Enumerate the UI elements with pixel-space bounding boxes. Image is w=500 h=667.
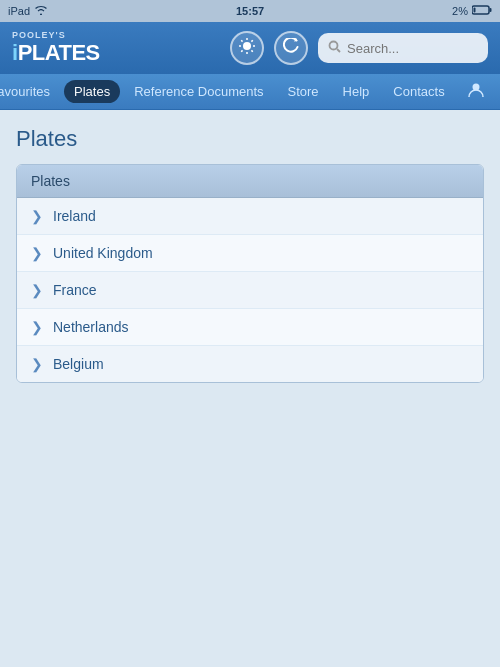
chevron-icon: ❯: [31, 282, 43, 298]
nav-item-help[interactable]: Help: [333, 80, 380, 103]
chevron-icon: ❯: [31, 356, 43, 372]
nav-item-favourites[interactable]: Favourites: [0, 80, 60, 103]
wifi-icon: [34, 5, 48, 17]
nav-bar: Favourites Plates Reference Documents St…: [0, 74, 500, 110]
list-item[interactable]: ❯ France: [17, 272, 483, 309]
status-left: iPad: [8, 5, 48, 17]
list-item-label: Ireland: [53, 208, 96, 224]
list-item[interactable]: ❯ Ireland: [17, 198, 483, 235]
list-header: Plates: [17, 165, 483, 198]
plates-list: Plates ❯ Ireland ❯ United Kingdom ❯ Fran…: [16, 164, 484, 383]
search-input[interactable]: [347, 41, 478, 56]
main-content: Plates Plates ❯ Ireland ❯ United Kingdom…: [0, 110, 500, 667]
chevron-icon: ❯: [31, 245, 43, 261]
header: POOLEY'S iPLATES: [0, 22, 500, 74]
search-icon: [328, 39, 341, 57]
nav-icons: [463, 79, 500, 105]
status-time: 15:57: [236, 5, 264, 17]
search-bar: [318, 33, 488, 63]
list-item-label: Netherlands: [53, 319, 129, 335]
status-right: 2%: [452, 5, 492, 17]
user-icon[interactable]: [463, 79, 489, 105]
svg-rect-1: [489, 8, 491, 12]
nav-item-store[interactable]: Store: [278, 80, 329, 103]
list-item-label: United Kingdom: [53, 245, 153, 261]
svg-line-13: [337, 49, 340, 52]
list-item-label: France: [53, 282, 97, 298]
refresh-button[interactable]: [274, 31, 308, 65]
brightness-button[interactable]: [230, 31, 264, 65]
list-item[interactable]: ❯ Netherlands: [17, 309, 483, 346]
svg-line-9: [251, 50, 252, 51]
nav-item-contacts[interactable]: Contacts: [383, 80, 454, 103]
nav-item-reference-documents[interactable]: Reference Documents: [124, 80, 273, 103]
logo-area: POOLEY'S iPLATES: [12, 31, 100, 65]
svg-rect-2: [473, 8, 475, 13]
svg-line-10: [251, 40, 252, 41]
battery-label: 2%: [452, 5, 468, 17]
chevron-icon: ❯: [31, 319, 43, 335]
chevron-icon: ❯: [31, 208, 43, 224]
list-item[interactable]: ❯ United Kingdom: [17, 235, 483, 272]
svg-point-12: [330, 42, 338, 50]
status-bar: iPad 15:57 2%: [0, 0, 500, 22]
list-item-label: Belgium: [53, 356, 104, 372]
svg-line-8: [241, 40, 242, 41]
refresh-icon: [283, 38, 299, 58]
settings-icon[interactable]: [495, 79, 500, 105]
brightness-icon: [238, 37, 256, 59]
battery-icon: [472, 5, 492, 17]
svg-line-11: [241, 50, 242, 51]
page-title: Plates: [16, 126, 484, 152]
nav-item-plates[interactable]: Plates: [64, 80, 120, 103]
list-item[interactable]: ❯ Belgium: [17, 346, 483, 382]
svg-point-3: [243, 42, 251, 50]
logo-iplates-text: iPLATES: [12, 41, 100, 65]
ipad-label: iPad: [8, 5, 30, 17]
header-controls: [230, 31, 488, 65]
